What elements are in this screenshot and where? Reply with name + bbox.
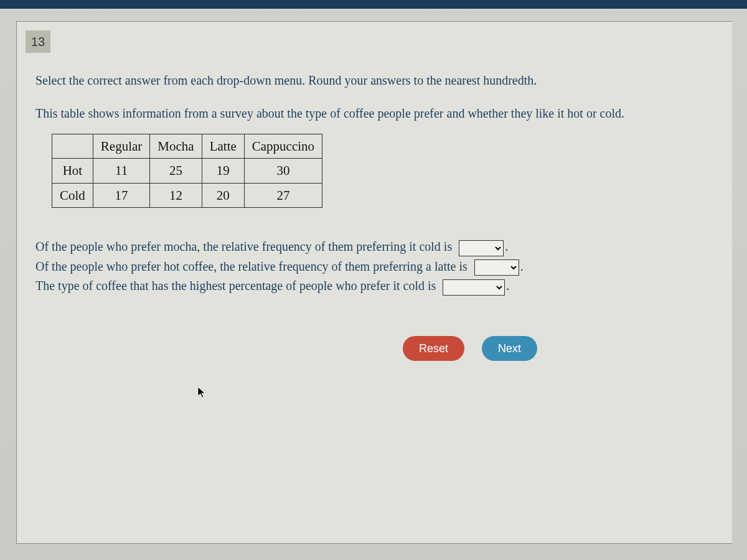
table-corner-cell (52, 134, 93, 159)
period: . (506, 279, 509, 292)
statement-text: The type of coffee that has the highest … (35, 279, 436, 292)
data-cell: 12 (150, 183, 202, 207)
row-label: Cold (52, 183, 93, 207)
col-header: Regular (93, 134, 149, 159)
table-row: Hot 11 25 19 30 (52, 159, 322, 183)
table-header-row: Regular Mocha Latte Cappuccino (52, 134, 322, 159)
action-buttons: Reset Next (403, 336, 537, 361)
statement-text: Of the people who prefer hot coffee, the… (35, 259, 467, 273)
statement-2: Of the people who prefer hot coffee, the… (35, 258, 726, 276)
answer-dropdown-3[interactable] (443, 279, 505, 296)
period: . (520, 259, 524, 273)
statement-text: Of the people who prefer mocha, the rela… (35, 240, 452, 253)
table-row: Cold 17 12 20 27 (52, 183, 322, 207)
instruction-text: Select the correct answer from each drop… (35, 72, 726, 90)
period: . (505, 240, 508, 253)
coffee-survey-table: Regular Mocha Latte Cappuccino Hot 11 25… (52, 134, 322, 208)
col-header: Mocha (150, 134, 202, 159)
question-card: 13 Select the correct answer from each d… (16, 21, 732, 544)
fill-in-statements: Of the people who prefer mocha, the rela… (35, 238, 726, 295)
row-label: Hot (52, 159, 93, 183)
data-cell: 19 (202, 159, 244, 183)
answer-dropdown-2[interactable] (474, 259, 519, 276)
data-cell: 11 (93, 159, 149, 183)
data-cell: 30 (244, 159, 322, 183)
data-cell: 25 (150, 159, 202, 183)
statement-1: Of the people who prefer mocha, the rela… (35, 238, 726, 256)
next-button[interactable]: Next (482, 336, 537, 361)
table-intro-text: This table shows information from a surv… (35, 105, 726, 123)
question-number: 13 (26, 30, 50, 53)
col-header: Cappuccino (244, 134, 322, 159)
reset-button[interactable]: Reset (403, 336, 464, 361)
statement-3: The type of coffee that has the highest … (35, 277, 726, 295)
data-cell: 17 (93, 183, 149, 207)
data-cell: 27 (244, 183, 322, 207)
cursor-icon (197, 386, 207, 402)
answer-dropdown-1[interactable] (459, 240, 504, 256)
data-cell: 20 (202, 183, 244, 207)
col-header: Latte (202, 134, 244, 159)
question-content: Select the correct answer from each drop… (35, 72, 726, 297)
